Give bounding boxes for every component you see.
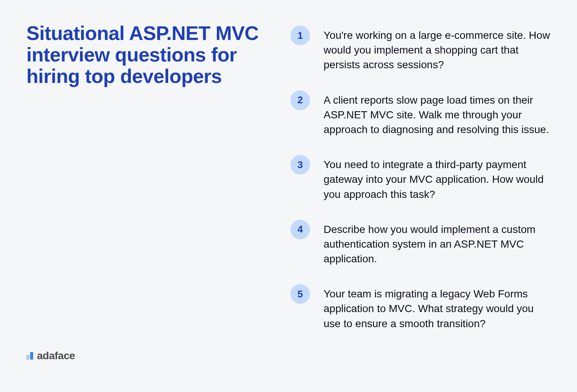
logo-bar-small (26, 355, 29, 360)
question-number-badge: 4 (290, 220, 310, 239)
question-text: You're working on a large e-commerce sit… (324, 26, 551, 72)
question-item: 2 A client reports slow page load times … (290, 90, 551, 137)
page-container: Situational ASP.NET MVC interview questi… (0, 0, 577, 392)
question-item: 3 You need to integrate a third-party pa… (290, 155, 551, 202)
question-text: Describe how you would implement a custo… (324, 220, 551, 266)
question-text: Your team is migrating a legacy Web Form… (324, 284, 551, 331)
logo-bar-large (30, 352, 33, 360)
left-column: Situational ASP.NET MVC interview questi… (26, 23, 260, 369)
question-text: A client reports slow page load times on… (324, 90, 551, 137)
questions-list: 1 You're working on a large e-commerce s… (290, 23, 551, 369)
brand-name: adaface (37, 350, 75, 362)
question-number-badge: 3 (290, 155, 310, 175)
question-number-badge: 2 (290, 90, 310, 110)
question-item: 1 You're working on a large e-commerce s… (290, 26, 551, 72)
bar-chart-icon (26, 352, 33, 360)
page-title: Situational ASP.NET MVC interview questi… (26, 23, 260, 87)
question-number-badge: 1 (290, 26, 310, 45)
question-number-badge: 5 (290, 284, 310, 304)
question-text: You need to integrate a third-party paym… (324, 155, 551, 202)
brand-logo: adaface (26, 350, 260, 362)
question-item: 5 Your team is migrating a legacy Web Fo… (290, 284, 551, 331)
question-item: 4 Describe how you would implement a cus… (290, 220, 551, 266)
